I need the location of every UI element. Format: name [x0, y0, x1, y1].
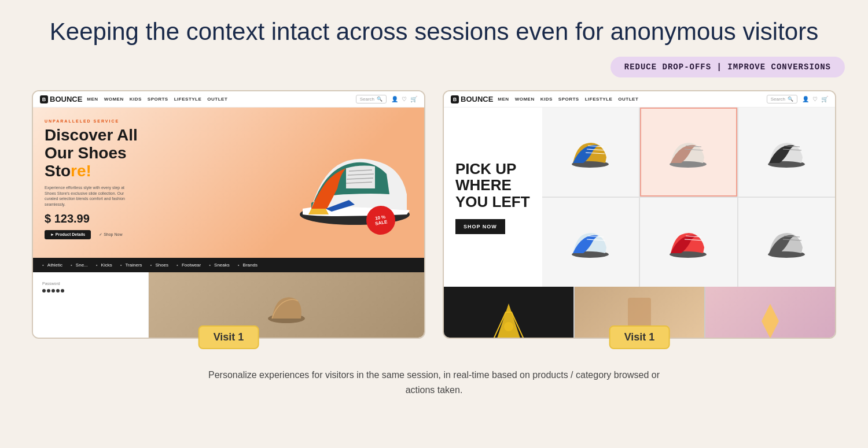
hero-desc: Experience effortless style with every s…	[45, 185, 131, 208]
screen2-nav-icons: 👤 ♡ 🛒	[802, 96, 828, 102]
cat-brands: Brands	[238, 262, 258, 268]
screen2-nav-links: MEN WOMEN KIDS SPORTS LIFESTYLE OUTLET	[498, 97, 638, 102]
screen2-search[interactable]: Search 🔍	[767, 95, 797, 103]
search-icon-2: 🔍	[788, 97, 793, 102]
shoe-cell-4	[542, 198, 639, 287]
shoe-cell-1	[542, 108, 639, 197]
pickup-panel: PICK UP WHERE YOU LEFT SHOP NOW	[444, 108, 542, 287]
cart-icon: 🛒	[410, 96, 417, 102]
screen1-logo: B BOUNCE	[40, 95, 82, 103]
svg-marker-25	[497, 303, 520, 338]
bounce-b-icon: B	[40, 95, 48, 103]
screen2-nav: B BOUNCE MEN WOMEN KIDS SPORTS LIFESTYLE…	[444, 91, 835, 108]
screen1-frame: B BOUNCE MEN WOMEN KIDS SPORTS LIFESTYLE…	[32, 90, 425, 339]
login-form: Password	[33, 272, 149, 339]
screen1-search[interactable]: Search 🔍	[356, 95, 387, 103]
user-icon-2: 👤	[802, 96, 809, 102]
screen2-wrapper: B BOUNCE MEN WOMEN KIDS SPORTS LIFESTYLE…	[443, 90, 836, 339]
hero-shoe-image	[279, 119, 418, 235]
cat-sneakers: Sne...	[71, 262, 88, 268]
screen2-hero: PICK UP WHERE YOU LEFT SHOP NOW	[444, 108, 835, 287]
shop-now-btn[interactable]: ✓ Shop Now	[95, 230, 126, 239]
hero-title: Discover AllOur Shoes Store!	[45, 127, 149, 180]
screens-row: B BOUNCE MEN WOMEN KIDS SPORTS LIFESTYLE…	[23, 90, 845, 339]
screen2-frame: B BOUNCE MEN WOMEN KIDS SPORTS LIFESTYLE…	[443, 90, 836, 339]
heart-icon-2: ♡	[812, 96, 818, 102]
categories-bar: Athletic Sne... Kicks Trainers Shoes Foo…	[33, 258, 424, 272]
cat-athletic: Athletic	[42, 262, 62, 268]
shoe-cell-2-highlighted	[640, 108, 737, 197]
pickup-title: PICK UP WHERE YOU LEFT	[455, 161, 531, 210]
user-icon: 👤	[391, 96, 398, 102]
product-details-btn[interactable]: ► Product Details	[45, 230, 91, 239]
screen1-wrapper: B BOUNCE MEN WOMEN KIDS SPORTS LIFESTYLE…	[32, 90, 425, 339]
screen1-nav-icons: 👤 ♡ 🛒	[391, 96, 417, 102]
cat-shoes: Shoes	[150, 262, 169, 268]
screen2-logo: B BOUNCE	[451, 95, 493, 103]
screen1-hero: UNPARALLELED SERVICE Discover AllOur Sho…	[33, 108, 424, 258]
page-title: Keeping the context intact across sessio…	[50, 17, 818, 46]
shoe-cell-6	[738, 198, 835, 287]
bottom-cell-dark	[444, 287, 573, 339]
bottom-cell-pink	[705, 287, 835, 339]
shop-now-btn-2[interactable]: SHOP NOW	[455, 219, 505, 234]
screen1-nav-links: MEN WOMEN KIDS SPORTS LIFESTYLE OUTLET	[87, 97, 227, 102]
reduce-dropoffs-badge: REDUCE DROP-OFFS | IMPROVE CONVERSIONS	[610, 57, 845, 77]
shoe-cell-3	[738, 108, 835, 197]
shoe-cell-5	[640, 198, 737, 287]
svg-point-27	[504, 322, 513, 331]
cat-footwear: Footwear	[176, 262, 201, 268]
shoe-grid	[542, 108, 835, 287]
badge-row: REDUCE DROP-OFFS | IMPROVE CONVERSIONS	[23, 57, 845, 77]
image-preview	[149, 272, 424, 339]
search-icon: 🔍	[377, 97, 382, 102]
heart-icon: ♡	[402, 96, 407, 102]
cart-icon-2: 🛒	[821, 96, 828, 102]
bounce-b-icon-2: B	[451, 95, 459, 103]
cat-kicks: Kicks	[96, 262, 112, 268]
cat-sneaks: Sneaks	[209, 262, 230, 268]
screen2-visit-tooltip: Visit 1	[609, 325, 670, 349]
footer-description: Personalize experiences for visitors in …	[208, 368, 660, 397]
screen1-nav: B BOUNCE MEN WOMEN KIDS SPORTS LIFESTYLE…	[33, 91, 424, 108]
cat-trainers: Trainers	[120, 262, 142, 268]
screen1-visit-tooltip: Visit 1	[198, 325, 259, 349]
